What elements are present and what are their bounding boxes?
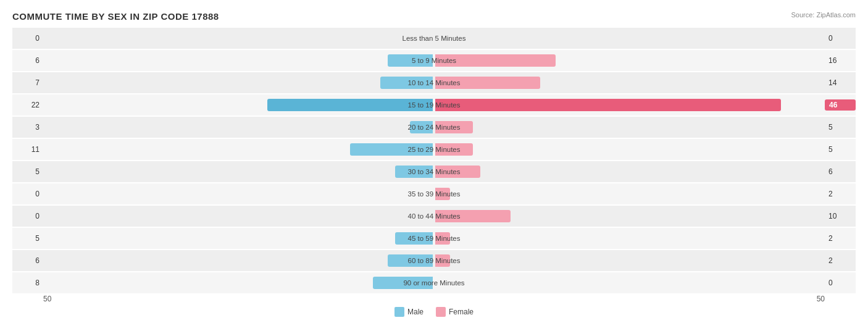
chart-title: COMMUTE TIME BY SEX IN ZIP CODE 17888 bbox=[12, 11, 856, 22]
bar-row: 3 20 to 24 Minutes 5 bbox=[12, 117, 856, 138]
female-bar-wrap bbox=[434, 206, 825, 227]
bars-center: Less than 5 Minutes bbox=[43, 28, 825, 49]
legend-female-icon bbox=[436, 307, 446, 317]
female-value: 2 bbox=[825, 234, 856, 243]
female-bar-wrap bbox=[434, 228, 825, 249]
legend-female-label: Female bbox=[449, 308, 474, 316]
male-bar-wrap bbox=[43, 206, 434, 227]
female-value: 0 bbox=[825, 34, 856, 43]
male-bar-wrap bbox=[43, 183, 434, 204]
female-bar-wrap bbox=[434, 94, 825, 115]
female-bar-wrap bbox=[434, 117, 825, 138]
female-bar bbox=[435, 210, 511, 222]
male-bar bbox=[388, 54, 433, 67]
female-value: 6 bbox=[825, 167, 856, 176]
female-bar bbox=[435, 99, 781, 111]
female-bar bbox=[435, 254, 450, 267]
bars-center: 90 or more Minutes bbox=[43, 272, 825, 293]
male-bar bbox=[410, 121, 433, 133]
male-bar bbox=[395, 166, 433, 178]
chart-container: COMMUTE TIME BY SEX IN ZIP CODE 17888 So… bbox=[0, 0, 868, 323]
bars-center: 40 to 44 Minutes bbox=[43, 206, 825, 227]
male-bar bbox=[388, 254, 433, 267]
female-bar-wrap bbox=[434, 72, 825, 93]
male-bar bbox=[395, 232, 433, 245]
female-bar bbox=[435, 166, 480, 178]
bar-row: 0 35 to 39 Minutes 2 bbox=[12, 183, 856, 204]
female-bar-wrap bbox=[434, 250, 825, 271]
female-bar-wrap bbox=[434, 139, 825, 160]
axis-left: 50 bbox=[43, 295, 51, 303]
bar-row: 11 25 to 29 Minutes 5 bbox=[12, 139, 856, 160]
female-value: 5 bbox=[825, 123, 856, 132]
bars-center: 60 to 89 Minutes bbox=[43, 250, 825, 271]
female-bar bbox=[435, 77, 540, 89]
axis-right: 50 bbox=[817, 295, 825, 303]
male-bar bbox=[350, 143, 433, 156]
male-value: 22 bbox=[12, 101, 43, 109]
axis-labels: 50 50 bbox=[12, 295, 856, 303]
bars-center: 35 to 39 Minutes bbox=[43, 183, 825, 204]
male-bar-wrap bbox=[43, 28, 434, 49]
bars-center: 20 to 24 Minutes bbox=[43, 117, 825, 138]
male-value: 7 bbox=[12, 78, 43, 87]
bar-row: 8 90 or more Minutes 0 bbox=[12, 272, 856, 293]
female-bar-wrap bbox=[434, 183, 825, 204]
chart-area: 0 Less than 5 Minutes 0 6 5 to 9 Minutes… bbox=[12, 28, 856, 293]
legend-male: Male bbox=[394, 307, 424, 317]
bar-row: 7 10 to 14 Minutes 14 bbox=[12, 72, 856, 93]
female-bar-wrap bbox=[434, 161, 825, 182]
bar-row: 22 15 to 19 Minutes 46 bbox=[12, 94, 856, 115]
male-bar-wrap bbox=[43, 139, 434, 160]
female-bar bbox=[435, 232, 450, 245]
male-bar-wrap bbox=[43, 272, 434, 293]
female-bar bbox=[435, 143, 473, 156]
male-bar-wrap bbox=[43, 94, 434, 115]
female-bar bbox=[435, 54, 556, 67]
male-bar bbox=[380, 77, 433, 89]
source-label: Source: ZipAtlas.com bbox=[791, 11, 856, 19]
male-value: 5 bbox=[12, 234, 43, 243]
bars-center: 5 to 9 Minutes bbox=[43, 50, 825, 71]
male-bar-wrap bbox=[43, 250, 434, 271]
bar-row: 6 5 to 9 Minutes 16 bbox=[12, 50, 856, 71]
bars-center: 30 to 34 Minutes bbox=[43, 161, 825, 182]
female-value: 16 bbox=[825, 56, 856, 65]
male-value: 8 bbox=[12, 279, 43, 287]
male-value: 3 bbox=[12, 123, 43, 132]
female-value: 2 bbox=[825, 190, 856, 198]
female-bar bbox=[435, 188, 450, 200]
male-value: 0 bbox=[12, 212, 43, 220]
male-value: 5 bbox=[12, 167, 43, 176]
bar-row: 0 40 to 44 Minutes 10 bbox=[12, 206, 856, 227]
male-value: 11 bbox=[12, 145, 43, 154]
female-value: 14 bbox=[825, 78, 856, 87]
bar-row: 5 30 to 34 Minutes 6 bbox=[12, 161, 856, 182]
male-bar-wrap bbox=[43, 161, 434, 182]
male-bar bbox=[267, 99, 433, 111]
male-value: 6 bbox=[12, 256, 43, 265]
male-bar-wrap bbox=[43, 228, 434, 249]
bars-center: 15 to 19 Minutes bbox=[43, 94, 825, 115]
female-value: 46 bbox=[825, 99, 856, 111]
legend-male-label: Male bbox=[407, 308, 424, 316]
female-bar bbox=[435, 121, 473, 133]
male-bar-wrap bbox=[43, 50, 434, 71]
bar-row: 6 60 to 89 Minutes 2 bbox=[12, 250, 856, 271]
legend-female: Female bbox=[436, 307, 474, 317]
male-value: 6 bbox=[12, 56, 43, 65]
bar-row: 5 45 to 59 Minutes 2 bbox=[12, 228, 856, 249]
bars-center: 25 to 29 Minutes bbox=[43, 139, 825, 160]
bar-row: 0 Less than 5 Minutes 0 bbox=[12, 28, 856, 49]
female-bar-wrap bbox=[434, 50, 825, 71]
male-bar bbox=[373, 277, 433, 289]
female-value: 0 bbox=[825, 279, 856, 287]
female-bar-wrap bbox=[434, 28, 825, 49]
male-value: 0 bbox=[12, 34, 43, 43]
bars-center: 45 to 59 Minutes bbox=[43, 228, 825, 249]
male-bar-wrap bbox=[43, 72, 434, 93]
legend-male-icon bbox=[394, 307, 404, 317]
female-value: 10 bbox=[825, 212, 856, 220]
male-value: 0 bbox=[12, 190, 43, 198]
female-value: 2 bbox=[825, 256, 856, 265]
